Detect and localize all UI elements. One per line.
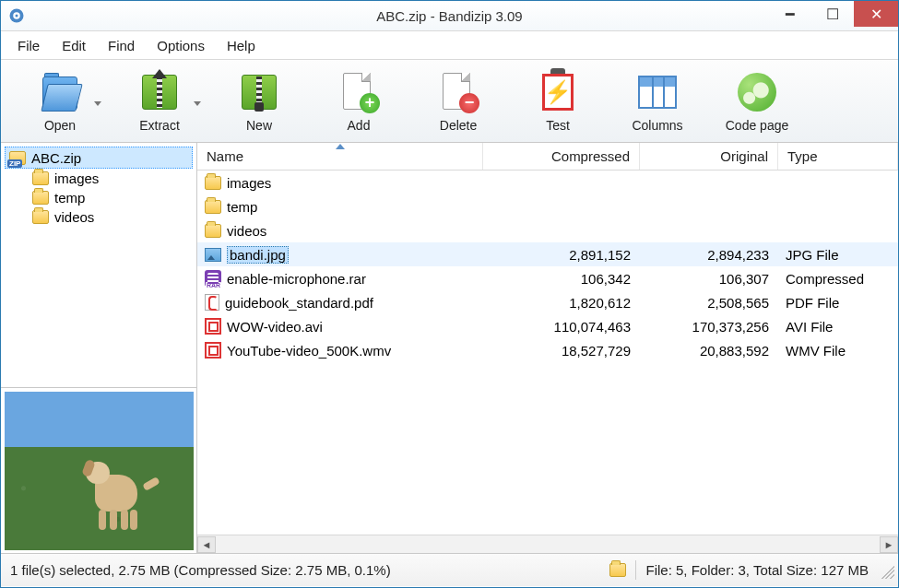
new-button[interactable]: New <box>213 65 305 138</box>
extract-label: Extract <box>139 118 180 133</box>
menu-find[interactable]: Find <box>97 35 146 56</box>
file-name-label: temp <box>227 199 257 215</box>
folder-icon <box>32 191 49 205</box>
window-title: ABC.zip - Bandizip 3.09 <box>1 8 898 24</box>
new-label: New <box>246 118 272 133</box>
columns-icon <box>638 76 677 109</box>
toolbar: Open Extract New + Add − Delete ⚡ Test C… <box>1 60 898 143</box>
folder-icon <box>205 200 221 214</box>
menu-help[interactable]: Help <box>216 35 266 56</box>
file-row[interactable]: WOW-video.avi110,074,463170,373,256AVI F… <box>197 314 898 338</box>
pdf-file-icon <box>205 294 219 311</box>
horizontal-scrollbar[interactable]: ◄ ► <box>197 535 898 553</box>
file-row[interactable]: RARenable-microphone.rar106,342106,307Co… <box>197 266 898 290</box>
file-row[interactable]: videos <box>197 218 898 242</box>
content-area: ZIP ABC.zip images temp videos <box>1 143 898 553</box>
cell-name: guidebook_standard.pdf <box>205 294 483 311</box>
statusbar: 1 file(s) selected, 2.75 MB (Compressed … <box>1 553 898 586</box>
open-dropdown-icon[interactable] <box>94 101 101 109</box>
video-file-icon <box>205 318 221 335</box>
column-header-row: Name Compressed Original Type <box>197 143 898 171</box>
tree-node-temp[interactable]: temp <box>5 188 193 207</box>
app-window: ABC.zip - Bandizip 3.09 ━ ☐ ✕ File Edit … <box>0 0 899 588</box>
tree-node-videos[interactable]: videos <box>5 207 193 227</box>
tree-root[interactable]: ZIP ABC.zip <box>5 147 193 169</box>
file-name-label: guidebook_standard.pdf <box>225 295 373 311</box>
folder-icon <box>205 176 221 190</box>
status-totals: File: 5, Folder: 3, Total Size: 127 MB <box>636 554 878 586</box>
columns-label: Columns <box>632 118 682 133</box>
file-name-label: enable-microphone.rar <box>227 271 366 287</box>
cell-original: 170,373,256 <box>640 319 778 335</box>
tree-node-label: videos <box>54 209 94 225</box>
menu-file[interactable]: File <box>6 35 51 56</box>
open-button[interactable]: Open <box>14 65 106 138</box>
maximize-button[interactable]: ☐ <box>811 1 854 27</box>
file-row[interactable]: guidebook_standard.pdf1,820,6122,508,565… <box>197 290 898 314</box>
tree-node-label: images <box>54 171 99 186</box>
cell-name: videos <box>205 223 483 239</box>
cell-name: bandi.jpg <box>205 246 483 264</box>
zip-icon: ZIP <box>9 149 26 166</box>
folder-icon <box>205 224 221 238</box>
file-row[interactable]: images <box>197 171 898 194</box>
cell-type: Compressed <box>778 271 898 287</box>
file-name-label: WOW-video.avi <box>227 319 323 335</box>
delete-button[interactable]: − Delete <box>412 65 504 138</box>
cell-name: temp <box>205 199 483 215</box>
resize-grip-icon[interactable] <box>878 562 894 579</box>
menu-options[interactable]: Options <box>146 35 216 56</box>
sidebar: ZIP ABC.zip images temp videos <box>1 143 197 553</box>
scroll-left-icon[interactable]: ◄ <box>197 536 216 553</box>
extract-dropdown-icon[interactable] <box>194 101 201 109</box>
cell-compressed: 106,342 <box>483 271 640 287</box>
col-name-label: Name <box>207 148 243 164</box>
tree-node-images[interactable]: images <box>5 169 193 188</box>
close-button[interactable]: ✕ <box>854 1 898 27</box>
file-row[interactable]: bandi.jpg2,891,1522,894,233JPG File <box>197 242 898 266</box>
test-label: Test <box>546 118 570 133</box>
codepage-button[interactable]: Code page <box>711 65 803 138</box>
archive-status-icon <box>609 563 626 577</box>
status-selection: 1 file(s) selected, 2.75 MB (Compressed … <box>1 554 600 586</box>
menu-edit[interactable]: Edit <box>51 35 97 56</box>
file-row[interactable]: YouTube-video_500K.wmv18,527,72920,883,5… <box>197 338 898 362</box>
test-button[interactable]: ⚡ Test <box>512 65 604 138</box>
add-icon: + <box>337 71 380 113</box>
column-header-name[interactable]: Name <box>197 143 483 170</box>
globe-icon <box>738 73 776 112</box>
file-row[interactable]: temp <box>197 194 898 218</box>
file-rows[interactable]: imagestempvideosbandi.jpg2,891,1522,894,… <box>197 171 898 535</box>
titlebar[interactable]: ABC.zip - Bandizip 3.09 ━ ☐ ✕ <box>1 1 898 30</box>
open-folder-icon <box>39 71 81 113</box>
tree-node-label: temp <box>54 190 85 206</box>
cell-type: WMV File <box>778 343 898 359</box>
cell-type: PDF File <box>778 295 898 311</box>
delete-icon: − <box>437 71 479 113</box>
app-icon <box>8 7 25 24</box>
delete-label: Delete <box>440 118 477 133</box>
minimize-button[interactable]: ━ <box>769 1 811 27</box>
file-name-label: YouTube-video_500K.wmv <box>227 343 391 359</box>
rar-file-icon: RAR <box>205 270 221 287</box>
new-archive-icon <box>238 71 280 113</box>
status-left-text: 1 file(s) selected, 2.75 MB (Compressed … <box>10 562 391 578</box>
test-icon: ⚡ <box>540 72 575 112</box>
folder-tree[interactable]: ZIP ABC.zip images temp videos <box>1 143 196 387</box>
columns-button[interactable]: Columns <box>611 65 704 138</box>
status-archive-icon-seg <box>600 554 635 586</box>
column-header-type[interactable]: Type <box>778 143 898 170</box>
extract-button[interactable]: Extract <box>113 65 206 138</box>
tree-root-label: ABC.zip <box>31 150 81 166</box>
preview-pane <box>1 387 196 553</box>
cell-type: AVI File <box>778 319 898 335</box>
add-button[interactable]: + Add <box>313 65 405 138</box>
cell-original: 2,894,233 <box>640 247 778 263</box>
status-right-text: File: 5, Folder: 3, Total Size: 127 MB <box>645 562 869 578</box>
column-header-compressed[interactable]: Compressed <box>483 143 640 170</box>
column-header-original[interactable]: Original <box>640 143 778 170</box>
cell-compressed: 2,891,152 <box>483 247 640 263</box>
cell-type: JPG File <box>778 247 898 263</box>
preview-thumbnail <box>5 392 194 550</box>
scroll-right-icon[interactable]: ► <box>880 536 898 553</box>
